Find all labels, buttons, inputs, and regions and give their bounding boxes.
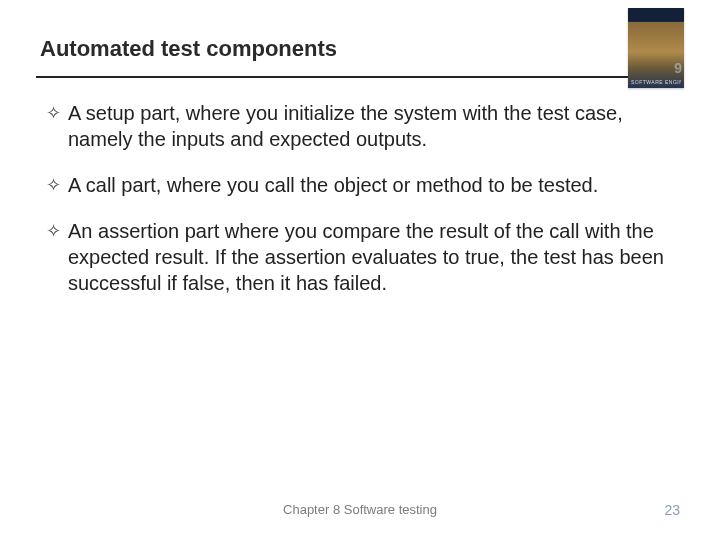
bullet-marker-icon: ✧ (46, 172, 68, 198)
list-item: ✧ A setup part, where you initialize the… (46, 100, 674, 152)
slide: Automated test components 9 SOFTWARE ENG… (0, 0, 720, 540)
book-cover-band (628, 8, 684, 21)
bullet-text: An assertion part where you compare the … (68, 218, 674, 296)
slide-title: Automated test components (40, 36, 680, 62)
slide-content: ✧ A setup part, where you initialize the… (0, 78, 720, 296)
bullet-marker-icon: ✧ (46, 100, 68, 126)
list-item: ✧ An assertion part where you compare th… (46, 218, 674, 296)
book-edition-number: 9 (674, 60, 682, 76)
bullet-text: A call part, where you call the object o… (68, 172, 598, 198)
slide-footer: Chapter 8 Software testing 23 (0, 502, 720, 522)
footer-page-number: 23 (664, 502, 680, 518)
book-cover-subtitle: SOFTWARE ENGINEERING (631, 79, 681, 85)
bullet-text: A setup part, where you initialize the s… (68, 100, 674, 152)
list-item: ✧ A call part, where you call the object… (46, 172, 674, 198)
footer-chapter: Chapter 8 Software testing (0, 502, 720, 517)
slide-header: Automated test components 9 SOFTWARE ENG… (0, 0, 720, 62)
book-cover-icon: 9 SOFTWARE ENGINEERING (628, 8, 684, 88)
bullet-marker-icon: ✧ (46, 218, 68, 244)
